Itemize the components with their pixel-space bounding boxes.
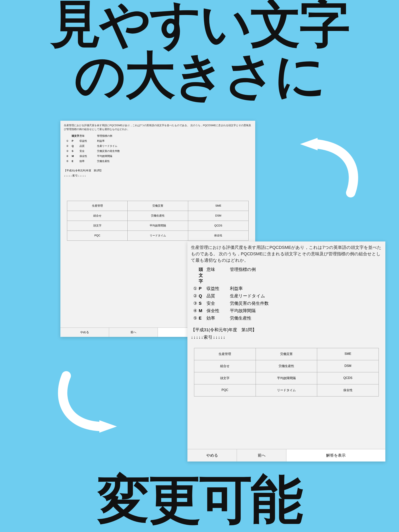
grid-cell[interactable]: DSM <box>317 360 379 372</box>
grid-cell[interactable]: QCDS <box>188 221 249 231</box>
prev-button[interactable]: 前へ <box>237 449 286 462</box>
footer-bar: やめる 前へ 解答を表示 <box>187 449 385 462</box>
grid-cell[interactable]: 保全性 <box>188 231 249 241</box>
grid-cell[interactable]: SME <box>188 201 249 211</box>
index-marker: ↓↓↓↓↓索引↓↓↓↓↓ <box>64 174 255 177</box>
grid-cell[interactable]: 保全性 <box>317 384 379 396</box>
promo-headline-top: 見やすい文字 の大きさに <box>0 0 399 101</box>
definition-table: 頭文字 意味 管理指標の例 ①P収益性利益率 ②Q品質生産リードタイム ③S安全… <box>193 266 385 322</box>
quit-button[interactable]: やめる <box>60 328 109 337</box>
arrow-icon <box>55 368 156 438</box>
grid-cell[interactable]: 生産管理 <box>194 348 256 360</box>
grid-cell[interactable]: QCDS <box>317 372 379 384</box>
svg-marker-1 <box>99 420 117 433</box>
grid-cell[interactable]: 頭文字 <box>194 372 256 384</box>
grid-cell[interactable]: 頭文字 <box>67 221 128 231</box>
show-answer-button[interactable]: 解答を表示 <box>286 449 385 462</box>
answer-grid: 生産管理 労働災害 SME 組合せ 労働生産性 DSM 頭文字 平均故障間隔 Q… <box>67 201 249 241</box>
grid-cell[interactable]: リードタイム <box>256 384 317 396</box>
definition-table: 頭文字 意味 管理指標の例 ①P収益性利益率 ②Q品質生産リードタイム ③S安全… <box>66 133 255 164</box>
grid-cell[interactable]: PQC <box>67 231 128 241</box>
svg-marker-0 <box>300 138 318 150</box>
grid-cell[interactable]: 組合せ <box>67 211 128 221</box>
grid-cell[interactable]: 平均故障間隔 <box>256 372 317 384</box>
grid-cell[interactable]: SME <box>317 348 379 360</box>
screenshot-large: 生産管理における評価尺度を表す用語にPQCDSMEがあり，これは7つの英単語の頭… <box>187 241 385 462</box>
grid-cell[interactable]: DSM <box>188 211 249 221</box>
grid-cell[interactable]: 労働災害 <box>256 348 317 360</box>
grid-cell[interactable]: 労働生産性 <box>256 360 317 372</box>
grid-cell[interactable]: リードタイム <box>128 231 188 241</box>
question-text: 生産管理における評価尺度を表す用語にPQCDSMEがあり，これは7つの英単語の頭… <box>187 241 385 264</box>
grid-cell[interactable]: 労働生産性 <box>128 211 188 221</box>
grid-cell[interactable]: 生産管理 <box>67 201 128 211</box>
grid-cell[interactable]: 平均故障間隔 <box>128 221 188 231</box>
question-meta: 【平成31(令和元年)年度 第1問】 <box>191 327 385 333</box>
question-meta: 【平成31(令和元年)年度 第1問】 <box>64 169 255 172</box>
grid-cell[interactable]: 労働災害 <box>128 201 188 211</box>
arrow-icon <box>259 133 360 203</box>
promo-headline-bottom: 変更可能 <box>0 473 399 526</box>
prev-button[interactable]: 前へ <box>109 328 158 337</box>
answer-grid: 生産管理 労働災害 SME 組合せ 労働生産性 DSM 頭文字 平均故障間隔 Q… <box>194 348 379 396</box>
grid-cell[interactable]: 組合せ <box>194 360 256 372</box>
quit-button[interactable]: やめる <box>187 449 237 462</box>
question-text: 生産管理における評価尺度を表す用語にPQCDSMEがあり，これは7つの英単語の頭… <box>60 121 255 132</box>
grid-cell[interactable]: PQC <box>194 384 256 396</box>
index-marker: ↓↓↓↓↓索引↓↓↓↓↓ <box>191 334 385 340</box>
